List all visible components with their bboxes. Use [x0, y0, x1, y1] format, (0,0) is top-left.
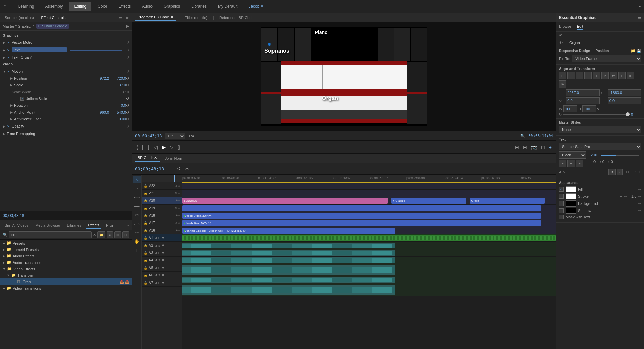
step-forward-button[interactable]: ▷ — [168, 143, 175, 151]
mute-icon[interactable]: ○ — [178, 184, 180, 188]
position-y[interactable]: 720.0 — [109, 76, 126, 80]
uniform-scale-checkbox[interactable]: ✓ — [20, 97, 24, 101]
add-marker-button[interactable]: + — [548, 143, 553, 151]
go-to-out-button[interactable]: ⟧ — [176, 143, 181, 151]
track-row-v18[interactable]: ■ Jacob Organ.MOV [V] — [182, 212, 556, 219]
mask-checkbox[interactable] — [559, 215, 564, 219]
track-row-a2[interactable] — [182, 242, 556, 249]
magnet-button[interactable]: ⋯ — [167, 165, 173, 172]
tab-media-browser[interactable]: Media Browser — [33, 222, 62, 228]
text-slider[interactable] — [70, 50, 123, 51]
tree-item-video-effects[interactable]: ▼ 📁 Video Effects — [0, 266, 132, 272]
bg-edit-icon[interactable]: ✏ — [638, 201, 641, 206]
stroke-checkbox[interactable] — [559, 194, 564, 199]
nav-item-learning[interactable]: Learning — [14, 2, 39, 11]
type-tool[interactable]: T — [133, 247, 141, 254]
fill-edit-icon[interactable]: ✏ — [638, 187, 641, 192]
anchor-x[interactable]: 960.0 — [92, 110, 109, 114]
layer-row-organ[interactable]: 👁 T Organ — [556, 39, 644, 46]
tree-item-transform[interactable]: ▼ 📁 Transform — [0, 272, 132, 278]
mute-icon[interactable]: ○ — [178, 221, 180, 225]
rotation-val[interactable]: 0.0 — [109, 103, 126, 108]
reset-btn[interactable]: ↺ — [126, 76, 129, 81]
distribute-h-btn[interactable]: ⊨ — [610, 72, 617, 79]
distribute-btn3[interactable]: ⊫ — [559, 80, 566, 88]
scale-width-val[interactable]: 37.0 — [112, 90, 129, 94]
align-bottom-btn[interactable]: ⊧ — [601, 72, 609, 79]
nav-item-graphics[interactable]: Graphics — [159, 2, 185, 11]
folder-icon[interactable]: 📁 — [631, 49, 636, 53]
stroke-pencil-icon[interactable]: ✏ — [638, 194, 641, 199]
new-bin-button[interactable]: 📁 — [97, 231, 105, 238]
eye-icon[interactable]: 👁 — [559, 33, 563, 37]
tree-item-audio-transitions[interactable]: ▶ 📁 Audio Transitions — [0, 259, 132, 266]
scissors-button[interactable]: ✂ — [184, 165, 190, 172]
clear-search-icon[interactable]: ✕ — [93, 233, 96, 237]
shadow-checkbox[interactable] — [559, 208, 564, 213]
fill-checkbox[interactable]: ✓ — [559, 187, 564, 192]
clip-graphic-1[interactable]: ● Graphic — [391, 198, 466, 204]
tab-libraries[interactable]: Libraries — [65, 222, 83, 228]
font-size-slider[interactable] — [601, 155, 639, 156]
font-select[interactable]: Source Sans Pro — [559, 143, 641, 150]
tab-program-br-choir[interactable]: Program: BR Choir ✕ — [135, 14, 176, 21]
clip-graphic-2[interactable]: Graphi — [470, 198, 545, 204]
track-select-tool[interactable]: → — [133, 185, 141, 192]
text-organ-row[interactable]: ▶ fx Text (Organ) ↺ — [0, 54, 132, 61]
reset-btn[interactable]: ↺ — [126, 124, 129, 128]
align-left-btn[interactable]: ⊢ — [559, 72, 566, 79]
track-row-a3[interactable] — [182, 249, 556, 257]
extra-input[interactable] — [608, 97, 641, 104]
pen-tool[interactable]: ✏ — [133, 229, 141, 236]
more-button[interactable]: » — [639, 4, 641, 8]
track-row-a7[interactable] — [182, 284, 556, 296]
track-row-a6[interactable] — [182, 276, 556, 284]
tab-edit[interactable]: Edit — [577, 24, 583, 30]
audio-clip-a1[interactable] — [182, 235, 556, 241]
export-frame-button[interactable]: 📷 — [530, 143, 538, 151]
more-tabs-icon[interactable]: » — [127, 223, 129, 227]
mute-icon[interactable]: ○ — [178, 199, 180, 202]
list-view-button[interactable]: ≡ — [107, 231, 113, 238]
align-vcenter-btn[interactable]: ⊦ — [593, 72, 600, 79]
stroke-edit-icon[interactable]: ✏ — [624, 194, 627, 199]
bg-color-swatch[interactable] — [566, 200, 576, 207]
overwrite-button[interactable]: ⊟ — [522, 143, 528, 151]
insert-button[interactable]: ⊞ — [514, 143, 520, 151]
panel-menu-icon[interactable]: ☰ — [119, 15, 123, 20]
rot-input[interactable]: 0.0 — [566, 97, 599, 104]
eye-icon[interactable]: 👁 — [175, 221, 178, 225]
tab-browse[interactable]: Browse — [559, 24, 571, 30]
tab-effects[interactable]: Effects — [86, 222, 101, 229]
scale-h-input[interactable] — [582, 105, 596, 112]
mute-icon[interactable]: ○ — [178, 229, 180, 232]
tab-source[interactable]: Source: (no clips) — [3, 14, 36, 21]
tree-item-video-transitions[interactable]: ▶ 📁 Video Transitions — [0, 285, 132, 291]
roll-tool[interactable]: ⟵ — [133, 202, 141, 210]
color-select[interactable]: Black White — [559, 151, 586, 159]
track-row-a1[interactable] — [182, 234, 556, 242]
position-x[interactable]: 972.2 — [92, 76, 109, 80]
scale-w-input[interactable] — [563, 105, 577, 112]
track-row-v20[interactable]: Sopranos ● Graphic Graphi — [182, 197, 556, 205]
master-styles-select[interactable]: None — [559, 126, 641, 133]
align-text-right-btn[interactable]: ≡ — [576, 160, 583, 167]
tab-john-horn[interactable]: John Horn — [162, 155, 185, 161]
eye-icon[interactable]: 👁 — [175, 214, 178, 217]
text-row[interactable]: ▶ fx Text ↺ — [0, 46, 132, 54]
mark-in-button[interactable]: ⟨ — [135, 143, 139, 151]
home-icon[interactable]: ⌂ — [3, 3, 7, 9]
tab-effect-controls[interactable]: Effect Controls — [39, 14, 68, 21]
magnifier-icon[interactable]: 🔍 — [520, 134, 525, 138]
align-text-left-btn[interactable]: ≡ — [559, 160, 566, 167]
panel-expand-icon[interactable]: ▶ — [126, 24, 129, 28]
vector-motion-row[interactable]: ▶ fx Vector Motion ↺ — [0, 39, 132, 46]
eye-icon[interactable]: 👁 — [175, 199, 178, 202]
rotation-slider[interactable] — [563, 114, 630, 115]
search-input[interactable] — [9, 231, 92, 238]
eye-icon[interactable]: 👁 — [175, 184, 178, 188]
play-button[interactable]: ▶ — [160, 142, 167, 152]
settings-button[interactable]: ⊡ — [540, 143, 546, 151]
nav-item-mydefault[interactable]: My Default — [213, 2, 242, 11]
reset-btn[interactable]: ↺ — [126, 70, 129, 73]
